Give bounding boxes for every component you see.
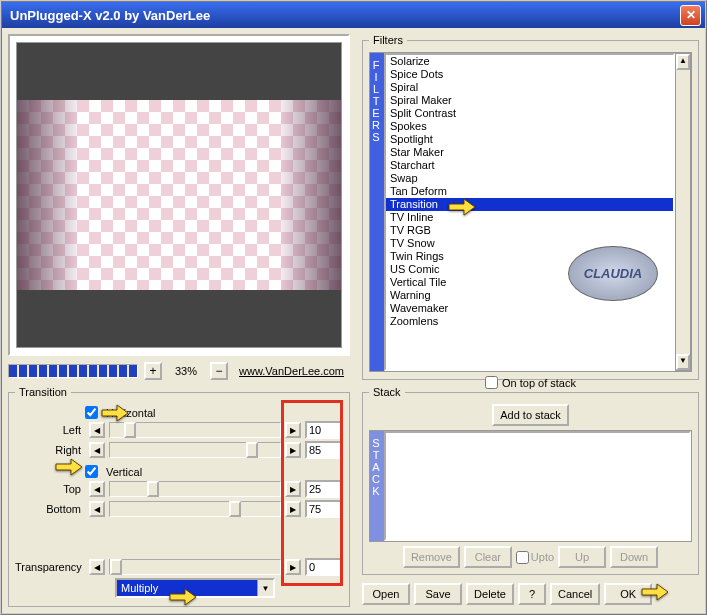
delete-button[interactable]: Delete bbox=[466, 583, 514, 605]
zoom-value: 33% bbox=[168, 365, 204, 377]
left-dec-button[interactable]: ◀ bbox=[89, 422, 105, 438]
transition-legend: Transition bbox=[15, 386, 71, 398]
cancel-button[interactable]: Cancel bbox=[550, 583, 600, 605]
ok-button[interactable]: OK bbox=[604, 583, 652, 605]
filters-legend: Filters bbox=[369, 34, 407, 46]
left-inc-button[interactable]: ▶ bbox=[285, 422, 301, 438]
clear-button[interactable]: Clear bbox=[464, 546, 512, 568]
zoom-out-button[interactable]: − bbox=[210, 362, 228, 380]
filters-group: Filters FILTERS SolarizeSpice DotsSpiral… bbox=[362, 34, 699, 380]
filters-list[interactable]: SolarizeSpice DotsSpiralSpiral MakerSpli… bbox=[384, 53, 675, 371]
filter-item[interactable]: TV Inline bbox=[386, 211, 673, 224]
stack-tab: STACK bbox=[370, 431, 384, 541]
stack-group: Stack Add to stack STACK Remove Clear Up… bbox=[362, 386, 699, 575]
left-label: Left bbox=[15, 424, 85, 436]
filter-item[interactable]: Twin Rings bbox=[386, 250, 673, 263]
close-icon[interactable]: ✕ bbox=[680, 5, 701, 26]
filter-item[interactable]: Solarize bbox=[386, 55, 673, 68]
filter-item[interactable]: Transition bbox=[386, 198, 673, 211]
filter-item[interactable]: Swap bbox=[386, 172, 673, 185]
bottom-input[interactable] bbox=[305, 500, 343, 518]
help-button[interactable]: ? bbox=[518, 583, 546, 605]
on-top-label: On top of stack bbox=[502, 377, 576, 389]
filters-scrollbar[interactable]: ▲ ▼ bbox=[675, 53, 691, 371]
filter-item[interactable]: Vertical Tile bbox=[386, 276, 673, 289]
filter-item[interactable]: Zoomlens bbox=[386, 315, 673, 328]
top-input[interactable] bbox=[305, 480, 343, 498]
right-slider[interactable] bbox=[109, 442, 281, 458]
open-button[interactable]: Open bbox=[362, 583, 410, 605]
top-label: Top bbox=[15, 483, 85, 495]
down-button[interactable]: Down bbox=[610, 546, 658, 568]
filter-item[interactable]: Starchart bbox=[386, 159, 673, 172]
right-label: Right bbox=[15, 444, 85, 456]
filter-item[interactable]: Spiral Maker bbox=[386, 94, 673, 107]
transparency-label: Transparency bbox=[15, 561, 85, 573]
top-dec-button[interactable]: ◀ bbox=[89, 481, 105, 497]
filter-item[interactable]: TV RGB bbox=[386, 224, 673, 237]
filters-tab: FILTERS bbox=[370, 53, 384, 371]
transition-group: Transition Horizontal Left ◀ ▶ Right ◀ ▶ bbox=[8, 386, 350, 607]
filter-item[interactable]: TV Snow bbox=[386, 237, 673, 250]
vertical-checkbox[interactable] bbox=[85, 465, 98, 478]
remove-button[interactable]: Remove bbox=[403, 546, 460, 568]
save-button[interactable]: Save bbox=[414, 583, 462, 605]
bottom-inc-button[interactable]: ▶ bbox=[285, 501, 301, 517]
stack-list[interactable] bbox=[384, 431, 691, 541]
right-inc-button[interactable]: ▶ bbox=[285, 442, 301, 458]
vendor-link[interactable]: www.VanDerLee.com bbox=[239, 365, 344, 377]
filter-item[interactable]: Wavemaker bbox=[386, 302, 673, 315]
bottom-label: Bottom bbox=[15, 503, 85, 515]
right-input[interactable] bbox=[305, 441, 343, 459]
transparency-slider[interactable] bbox=[109, 559, 281, 575]
filter-item[interactable]: Warning bbox=[386, 289, 673, 302]
left-slider[interactable] bbox=[109, 422, 281, 438]
chevron-down-icon: ▼ bbox=[257, 580, 273, 596]
top-slider[interactable] bbox=[109, 481, 281, 497]
on-top-checkbox[interactable] bbox=[485, 376, 498, 389]
preview-image bbox=[16, 42, 342, 348]
zoom-in-button[interactable]: + bbox=[144, 362, 162, 380]
filter-item[interactable]: Split Contrast bbox=[386, 107, 673, 120]
filter-item[interactable]: Spotlight bbox=[386, 133, 673, 146]
top-inc-button[interactable]: ▶ bbox=[285, 481, 301, 497]
filter-item[interactable]: US Comic bbox=[386, 263, 673, 276]
filter-item[interactable]: Spokes bbox=[386, 120, 673, 133]
filter-item[interactable]: Tan Deform bbox=[386, 185, 673, 198]
cursor-icon bbox=[55, 456, 83, 478]
scroll-down-button[interactable]: ▼ bbox=[676, 354, 690, 370]
preview-panel bbox=[8, 34, 350, 356]
horizontal-checkbox[interactable] bbox=[85, 406, 98, 419]
right-dec-button[interactable]: ◀ bbox=[89, 442, 105, 458]
filter-item[interactable]: Star Maker bbox=[386, 146, 673, 159]
transparency-input[interactable] bbox=[305, 558, 343, 576]
titlebar: UnPlugged-X v2.0 by VanDerLee ✕ bbox=[2, 2, 705, 28]
transparency-dec-button[interactable]: ◀ bbox=[89, 559, 105, 575]
upto-checkbox[interactable] bbox=[516, 551, 529, 564]
zoom-indicator bbox=[8, 364, 138, 378]
blend-mode-combo[interactable]: Multiply ▼ bbox=[115, 578, 275, 598]
filter-item[interactable]: Spiral bbox=[386, 81, 673, 94]
transparency-inc-button[interactable]: ▶ bbox=[285, 559, 301, 575]
horizontal-label: Horizontal bbox=[106, 407, 156, 419]
bottom-slider[interactable] bbox=[109, 501, 281, 517]
scroll-up-button[interactable]: ▲ bbox=[676, 54, 690, 70]
filter-item[interactable]: Spice Dots bbox=[386, 68, 673, 81]
upto-label: Upto bbox=[531, 551, 554, 563]
add-to-stack-button[interactable]: Add to stack bbox=[492, 404, 569, 426]
vertical-label: Vertical bbox=[106, 466, 142, 478]
bottom-dec-button[interactable]: ◀ bbox=[89, 501, 105, 517]
window-title: UnPlugged-X v2.0 by VanDerLee bbox=[6, 8, 680, 23]
left-input[interactable] bbox=[305, 421, 343, 439]
blend-mode-value: Multiply bbox=[121, 582, 158, 594]
up-button[interactable]: Up bbox=[558, 546, 606, 568]
